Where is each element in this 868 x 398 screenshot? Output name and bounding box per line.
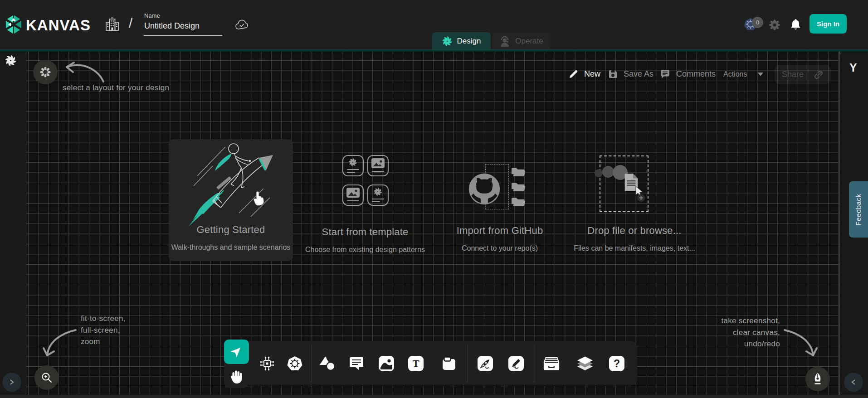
template-image-icon [371, 158, 385, 169]
cloud-sync-icon[interactable] [235, 19, 249, 30]
left-rail [0, 52, 26, 398]
layout-picker-button[interactable] [33, 60, 58, 84]
right-rail-collapse-button[interactable] [844, 373, 863, 392]
pen-button[interactable] [805, 367, 830, 391]
template-thumb-2 [367, 155, 389, 176]
tab-design-label: Design [457, 37, 481, 46]
layout-flower-icon [39, 66, 51, 78]
card-getting-started-subtitle: Walk-throughs and sample scenarios [155, 243, 307, 252]
sign-in-button[interactable]: Sign In [809, 14, 847, 34]
template-text-line [347, 172, 355, 173]
collab-indicator: Y [849, 61, 857, 74]
tab-design[interactable]: Design [432, 32, 491, 50]
app-header: KANVAS / Name Untitled Design [0, 0, 868, 49]
feedback-tab[interactable]: Feedback [849, 181, 868, 238]
share-link-icon [814, 70, 824, 80]
new-button-label: New [584, 69, 600, 79]
layers-tool[interactable] [576, 355, 594, 372]
caret-down-icon [757, 72, 764, 77]
save-icon [608, 69, 618, 79]
zoom-button[interactable] [34, 365, 59, 390]
share-button[interactable]: Share [775, 65, 831, 84]
building-icon[interactable] [105, 17, 119, 31]
zoom-hint-arrow [39, 323, 79, 361]
design-name-input[interactable]: Untitled Design [144, 21, 200, 31]
left-rail-spiral-icon[interactable] [5, 54, 17, 67]
share-label: Share [782, 70, 804, 79]
kanvas-logo-icon [5, 14, 23, 35]
select-tool[interactable] [224, 340, 249, 364]
template-thumb-3 [342, 184, 364, 206]
github-octocat-icon [468, 172, 501, 205]
pencil-tool[interactable] [507, 355, 525, 372]
card-template-subtitle: Choose from existing design patterns [289, 246, 441, 254]
chevron-left-icon [850, 379, 857, 385]
drawer-tool[interactable] [543, 355, 560, 372]
zoom-hint-text: fit-to-screen,full-screen,zoom [81, 313, 126, 348]
comments-icon [660, 69, 670, 79]
pan-tool[interactable] [229, 369, 244, 384]
magnifier-icon [41, 372, 53, 383]
template-thumb-1 [342, 155, 364, 176]
circuit-tool[interactable] [258, 355, 276, 372]
github-folder-icon-1[interactable] [512, 167, 525, 176]
bell-icon[interactable] [790, 18, 801, 31]
help-tool[interactable]: ? [608, 355, 625, 372]
plus-icon [639, 196, 643, 200]
hand-cursor-icon [251, 190, 265, 207]
tab-operate-label: Operate [515, 37, 543, 46]
comment-tool[interactable] [348, 355, 365, 372]
chevron-right-icon [9, 379, 15, 385]
save-as-button[interactable]: Save As [608, 64, 653, 84]
kubernetes-tool[interactable] [286, 355, 303, 372]
toolbar-separator-1 [311, 345, 312, 383]
card-github-subtitle: Connect to your repo(s) [424, 244, 575, 252]
github-folder-icon-3[interactable] [512, 197, 525, 206]
kanvas-app: KANVAS / Name Untitled Design [0, 0, 868, 398]
pen-tool[interactable] [477, 355, 494, 372]
card-template-title: Start from template [303, 226, 427, 238]
template-thumb-4 [367, 184, 389, 206]
rocket-doodle [184, 140, 293, 230]
actions-dropdown[interactable]: Actions [723, 64, 764, 84]
feedback-label: Feedback [855, 194, 863, 225]
new-button[interactable]: New [568, 64, 600, 84]
bottom-scrollbar[interactable] [0, 395, 868, 398]
layout-hint-arrow [57, 53, 109, 85]
pencil-new-icon [568, 69, 578, 79]
drop-plus-badge [637, 194, 645, 202]
card-github-title: Import from GitHub [438, 225, 562, 237]
comments-button[interactable]: Comments [660, 64, 716, 84]
pen-nib-icon [811, 372, 824, 386]
github-folder-icon-2[interactable] [512, 182, 525, 191]
comments-label: Comments [676, 69, 716, 79]
shapes-tool[interactable] [319, 355, 336, 372]
save-as-label: Save As [624, 69, 653, 79]
image-tool[interactable] [378, 355, 395, 372]
template-spiral-icon-2 [373, 187, 382, 196]
toolbar-separator-3 [534, 345, 534, 383]
select-cursor-icon [231, 345, 243, 357]
screenshot-hint-text: take screenshot,clear canvas,undo/redo [689, 315, 780, 350]
template-text-line [347, 200, 359, 201]
template-text-line [372, 171, 384, 172]
actions-label: Actions [723, 70, 747, 78]
note-tool[interactable] [440, 355, 458, 372]
tab-operate[interactable]: Operate [493, 32, 550, 50]
card-drop-subtitle: Files can be manifests, images, text... [557, 244, 712, 252]
card-getting-started-title: Getting Started [169, 224, 293, 236]
screenshot-hint-arrow [781, 323, 822, 361]
breadcrumb-separator: / [129, 15, 132, 31]
gear-icon[interactable] [768, 19, 781, 31]
left-rail-expand-button[interactable] [2, 373, 21, 392]
text-tool[interactable]: T [407, 355, 424, 372]
notification-badge: 0 [752, 17, 763, 28]
operator-icon [499, 35, 511, 47]
template-text-line [347, 169, 359, 170]
brand-wordmark: KANVAS [26, 17, 91, 34]
drop-circle-small [595, 169, 603, 177]
template-spiral-icon [348, 158, 357, 167]
design-spiral-icon [442, 36, 453, 47]
toolbar-separator-2 [467, 345, 468, 383]
design-name-underline [144, 35, 222, 36]
